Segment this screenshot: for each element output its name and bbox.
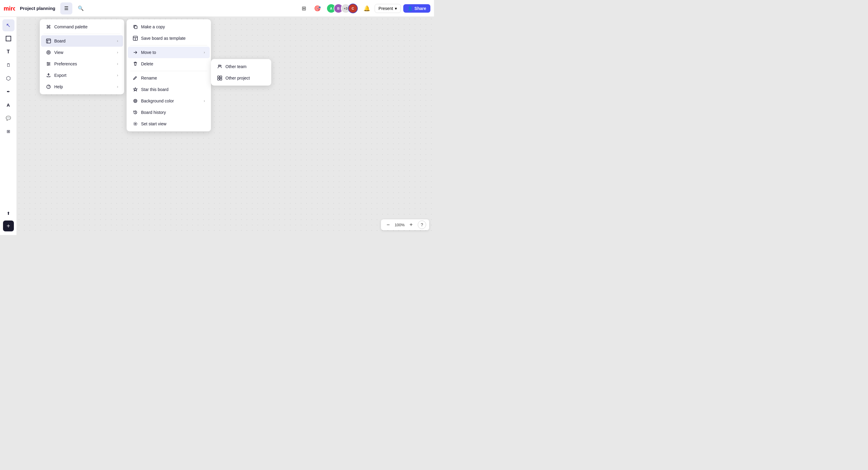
other-team-item[interactable]: Other team — [212, 61, 270, 72]
pen-tool[interactable]: ✒ — [2, 86, 14, 98]
move-icon — [133, 50, 138, 55]
timer-button[interactable]: 🎯 — [312, 3, 323, 14]
command-palette-icon: ⌘ — [46, 24, 51, 30]
board-submenu: Make a copy Save board as template Move … — [127, 19, 211, 131]
board-title: Project planning — [20, 6, 56, 11]
svg-rect-1 — [46, 39, 51, 43]
save-template-label: Save board as template — [141, 36, 205, 41]
menu-divider-1 — [43, 34, 121, 34]
text-format-icon: A — [7, 102, 10, 107]
board-divider-2 — [130, 71, 207, 71]
menu-board[interactable]: Board › — [41, 35, 123, 47]
move-to-item[interactable]: Move to › — [128, 47, 210, 58]
other-project-item[interactable]: Other project — [212, 72, 270, 84]
share-button[interactable]: 👤 Share — [403, 4, 430, 13]
copy-icon — [133, 24, 138, 30]
menu-help[interactable]: ? Help › — [41, 81, 123, 93]
view-arrow-icon: › — [117, 50, 118, 55]
make-a-copy-item[interactable]: Make a copy — [128, 21, 210, 33]
zoom-out-button[interactable]: − — [384, 221, 393, 229]
frame-icon: ⊞ — [7, 129, 10, 134]
menu-export[interactable]: Export › — [41, 70, 123, 81]
cursor-tool[interactable]: ↖ — [2, 19, 14, 31]
menu-command-palette[interactable]: ⌘ Command palette — [41, 21, 123, 33]
board-history-label: Board history — [141, 110, 205, 115]
svg-point-23 — [220, 65, 221, 66]
menu-export-label: Export — [54, 73, 114, 78]
star-board-label: Star this board — [141, 87, 205, 92]
main-menu-button[interactable]: ☰ — [60, 2, 72, 14]
hamburger-icon: ☰ — [64, 5, 68, 11]
board-arrow-icon: › — [117, 39, 118, 43]
comment-tool[interactable]: 💬 — [2, 112, 14, 124]
menu-help-label: Help — [54, 84, 114, 89]
delete-icon — [133, 61, 138, 67]
board-history-item[interactable]: Board history — [128, 107, 210, 118]
rename-label: Rename — [141, 75, 205, 81]
other-team-label: Other team — [225, 64, 265, 69]
logo: miro — [4, 5, 15, 12]
svg-point-5 — [48, 52, 50, 53]
zoom-minus-icon: − — [387, 222, 390, 228]
menu-view[interactable]: View › — [41, 47, 123, 58]
svg-text:?: ? — [48, 85, 50, 89]
preferences-icon — [46, 61, 51, 67]
text-format-tool[interactable]: A — [2, 99, 14, 111]
template-icon — [133, 36, 138, 41]
other-team-icon — [217, 64, 222, 69]
upload-tool[interactable]: ⬆ — [2, 207, 14, 219]
present-label: Present — [378, 6, 393, 11]
timer-icon: 🎯 — [314, 5, 321, 12]
svg-point-10 — [49, 64, 50, 64]
frames-tool[interactable] — [2, 33, 14, 44]
svg-rect-27 — [220, 78, 222, 80]
zoom-level: 100% — [394, 223, 406, 227]
menu-command-palette-label: Command palette — [54, 24, 118, 29]
add-button[interactable]: + — [3, 221, 14, 231]
text-icon: T — [7, 49, 10, 55]
shapes-tool[interactable]: ⬡ — [2, 72, 14, 84]
text-tool[interactable]: T — [2, 46, 14, 58]
set-start-view-item[interactable]: Set start view — [128, 118, 210, 130]
background-color-icon — [133, 98, 138, 104]
svg-point-11 — [48, 65, 49, 66]
zoom-in-button[interactable]: + — [407, 221, 415, 229]
move-to-label: Move to — [141, 50, 201, 55]
sticky-tool[interactable]: 🗒 — [2, 59, 14, 71]
delete-item[interactable]: Delete — [128, 58, 210, 70]
search-button[interactable]: 🔍 — [75, 2, 87, 14]
pen-icon: ✒ — [7, 89, 10, 94]
export-icon — [46, 73, 51, 78]
search-icon: 🔍 — [78, 5, 84, 11]
sticky-icon: 🗒 — [6, 63, 10, 67]
menu-preferences[interactable]: Preferences › — [41, 58, 123, 70]
background-color-item[interactable]: Background color › — [128, 95, 210, 107]
grid-view-button[interactable]: ⊞ — [299, 3, 310, 14]
star-board-item[interactable]: Star this board — [128, 84, 210, 95]
notifications-button[interactable]: 🔔 — [361, 3, 372, 14]
zoom-plus-icon: + — [410, 222, 413, 228]
zoom-help-button[interactable]: ? — [418, 221, 426, 229]
star-icon — [133, 87, 138, 92]
frames-icon — [6, 36, 11, 41]
menu-board-label: Board — [54, 38, 114, 43]
make-a-copy-label: Make a copy — [141, 24, 205, 29]
other-project-label: Other project — [225, 75, 265, 81]
avatar-self: C — [348, 4, 358, 13]
svg-rect-24 — [218, 76, 219, 78]
moveto-submenu: Other team Other project — [211, 59, 271, 86]
export-arrow-icon: › — [117, 73, 118, 77]
svg-rect-25 — [220, 76, 222, 78]
background-color-label: Background color — [141, 98, 201, 103]
svg-rect-14 — [134, 26, 137, 29]
save-template-item[interactable]: Save board as template — [128, 33, 210, 44]
main-menu: ⌘ Command palette Board › View › — [40, 19, 124, 94]
add-icon: + — [7, 223, 10, 229]
svg-text:miro: miro — [4, 5, 15, 12]
frame-tool[interactable]: ⊞ — [2, 125, 14, 137]
topbar-right: ⊞ 🎯 A B +3 C 🔔 Present ▾ 👤 Share — [299, 3, 430, 14]
present-button[interactable]: Present ▾ — [375, 4, 401, 13]
cursor-icon: ↖ — [6, 22, 10, 29]
rename-item[interactable]: Rename — [128, 72, 210, 84]
svg-point-9 — [47, 62, 48, 63]
